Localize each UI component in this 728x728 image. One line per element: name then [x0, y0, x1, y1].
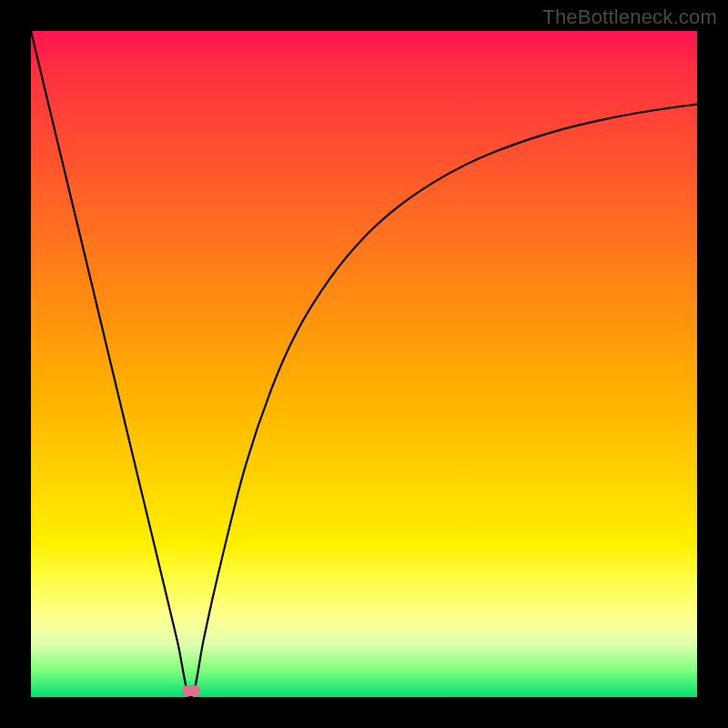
plot-area — [31, 31, 697, 697]
watermark-label: TheBottleneck.com — [542, 5, 717, 29]
bottleneck-curve — [31, 31, 697, 697]
optimal-marker-icon — [182, 685, 200, 696]
chart-frame: TheBottleneck.com — [0, 0, 728, 728]
